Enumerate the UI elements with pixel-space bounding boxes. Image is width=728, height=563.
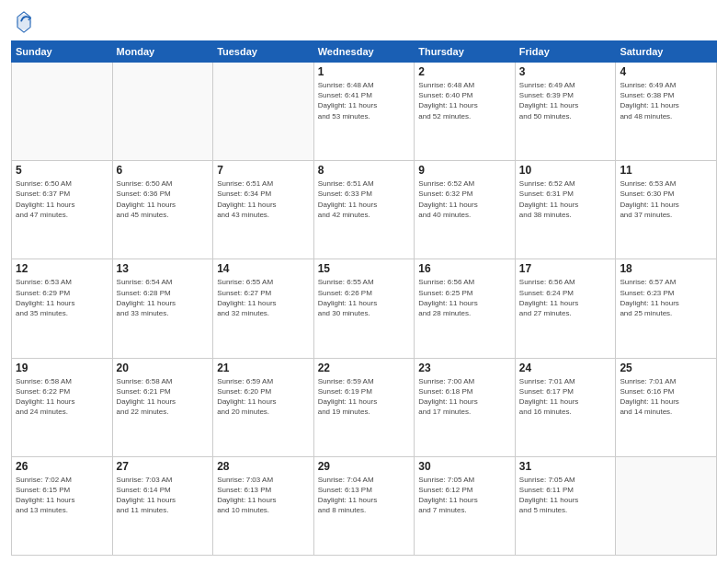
calendar-cell: 27Sunrise: 7:03 AM Sunset: 6:14 PM Dayli… xyxy=(112,456,213,555)
day-number: 26 xyxy=(16,460,108,473)
logo-icon xyxy=(11,9,37,35)
day-number: 21 xyxy=(217,362,310,374)
calendar-cell: 31Sunrise: 7:05 AM Sunset: 6:11 PM Dayli… xyxy=(515,456,616,555)
calendar-cell: 9Sunrise: 6:52 AM Sunset: 6:32 PM Daylig… xyxy=(415,161,516,259)
calendar-cell xyxy=(616,456,717,555)
day-info: Sunrise: 7:05 AM Sunset: 6:11 PM Dayligh… xyxy=(519,475,612,516)
calendar-cell: 21Sunrise: 6:59 AM Sunset: 6:20 PM Dayli… xyxy=(213,358,314,456)
day-info: Sunrise: 6:49 AM Sunset: 6:39 PM Dayligh… xyxy=(519,80,612,121)
day-info: Sunrise: 6:54 AM Sunset: 6:28 PM Dayligh… xyxy=(117,277,210,318)
day-info: Sunrise: 6:58 AM Sunset: 6:21 PM Dayligh… xyxy=(117,376,210,418)
calendar-cell: 26Sunrise: 7:02 AM Sunset: 6:15 PM Dayli… xyxy=(12,456,113,555)
top-section xyxy=(11,9,717,35)
day-number: 17 xyxy=(519,262,612,275)
day-number: 8 xyxy=(318,164,411,177)
week-row-4: 19Sunrise: 6:58 AM Sunset: 6:22 PM Dayli… xyxy=(12,358,717,456)
calendar-cell: 24Sunrise: 7:01 AM Sunset: 6:17 PM Dayli… xyxy=(515,358,616,456)
day-info: Sunrise: 7:02 AM Sunset: 6:15 PM Dayligh… xyxy=(16,475,108,516)
calendar-cell xyxy=(12,63,113,161)
day-info: Sunrise: 6:51 AM Sunset: 6:33 PM Dayligh… xyxy=(318,178,411,220)
page: SundayMondayTuesdayWednesdayThursdayFrid… xyxy=(0,0,728,563)
calendar-cell: 15Sunrise: 6:55 AM Sunset: 6:26 PM Dayli… xyxy=(313,259,415,358)
calendar-cell: 22Sunrise: 6:59 AM Sunset: 6:19 PM Dayli… xyxy=(313,358,415,456)
calendar-cell xyxy=(213,63,314,161)
week-row-5: 26Sunrise: 7:02 AM Sunset: 6:15 PM Dayli… xyxy=(12,456,717,555)
day-info: Sunrise: 7:01 AM Sunset: 6:16 PM Dayligh… xyxy=(620,376,712,418)
calendar-cell: 5Sunrise: 6:50 AM Sunset: 6:37 PM Daylig… xyxy=(12,161,113,259)
day-info: Sunrise: 6:56 AM Sunset: 6:25 PM Dayligh… xyxy=(418,277,511,318)
day-number: 20 xyxy=(117,362,210,374)
calendar-cell: 30Sunrise: 7:05 AM Sunset: 6:12 PM Dayli… xyxy=(415,456,516,555)
day-info: Sunrise: 6:58 AM Sunset: 6:22 PM Dayligh… xyxy=(16,376,108,418)
calendar-cell: 19Sunrise: 6:58 AM Sunset: 6:22 PM Dayli… xyxy=(12,358,113,456)
day-number: 7 xyxy=(217,164,310,177)
calendar-cell: 23Sunrise: 7:00 AM Sunset: 6:18 PM Dayli… xyxy=(415,358,516,456)
day-number: 16 xyxy=(418,262,511,275)
calendar-cell: 13Sunrise: 6:54 AM Sunset: 6:28 PM Dayli… xyxy=(112,259,213,358)
calendar-cell xyxy=(112,63,213,161)
day-number: 11 xyxy=(620,164,712,177)
calendar-cell: 16Sunrise: 6:56 AM Sunset: 6:25 PM Dayli… xyxy=(415,259,516,358)
weekday-header-friday: Friday xyxy=(515,41,616,63)
day-info: Sunrise: 6:59 AM Sunset: 6:20 PM Dayligh… xyxy=(217,376,310,418)
day-number: 30 xyxy=(418,460,511,473)
day-number: 23 xyxy=(418,362,511,374)
day-info: Sunrise: 6:55 AM Sunset: 6:27 PM Dayligh… xyxy=(217,277,310,318)
calendar-cell: 29Sunrise: 7:04 AM Sunset: 6:13 PM Dayli… xyxy=(313,456,415,555)
weekday-header-saturday: Saturday xyxy=(616,41,717,63)
day-info: Sunrise: 7:04 AM Sunset: 6:13 PM Dayligh… xyxy=(318,475,411,516)
day-number: 6 xyxy=(117,164,210,177)
day-info: Sunrise: 6:48 AM Sunset: 6:40 PM Dayligh… xyxy=(418,80,511,121)
calendar-cell: 4Sunrise: 6:49 AM Sunset: 6:38 PM Daylig… xyxy=(616,63,717,161)
day-number: 10 xyxy=(519,164,612,177)
calendar-table: SundayMondayTuesdayWednesdayThursdayFrid… xyxy=(11,40,717,556)
day-info: Sunrise: 6:49 AM Sunset: 6:38 PM Dayligh… xyxy=(620,80,712,121)
weekday-header-sunday: Sunday xyxy=(12,41,113,63)
calendar-cell: 6Sunrise: 6:50 AM Sunset: 6:36 PM Daylig… xyxy=(112,161,213,259)
day-number: 28 xyxy=(217,460,310,473)
calendar-cell: 25Sunrise: 7:01 AM Sunset: 6:16 PM Dayli… xyxy=(616,358,717,456)
week-row-1: 1Sunrise: 6:48 AM Sunset: 6:41 PM Daylig… xyxy=(12,63,717,161)
day-info: Sunrise: 7:00 AM Sunset: 6:18 PM Dayligh… xyxy=(418,376,511,418)
calendar-cell: 18Sunrise: 6:57 AM Sunset: 6:23 PM Dayli… xyxy=(616,259,717,358)
day-info: Sunrise: 6:59 AM Sunset: 6:19 PM Dayligh… xyxy=(318,376,411,418)
day-info: Sunrise: 6:56 AM Sunset: 6:24 PM Dayligh… xyxy=(519,277,612,318)
calendar-cell: 12Sunrise: 6:53 AM Sunset: 6:29 PM Dayli… xyxy=(12,259,113,358)
weekday-header-row: SundayMondayTuesdayWednesdayThursdayFrid… xyxy=(12,41,717,63)
calendar-cell: 11Sunrise: 6:53 AM Sunset: 6:30 PM Dayli… xyxy=(616,161,717,259)
day-info: Sunrise: 7:01 AM Sunset: 6:17 PM Dayligh… xyxy=(519,376,612,418)
day-number: 22 xyxy=(318,362,411,374)
calendar-cell: 14Sunrise: 6:55 AM Sunset: 6:27 PM Dayli… xyxy=(213,259,314,358)
day-number: 5 xyxy=(16,164,108,177)
calendar-cell: 8Sunrise: 6:51 AM Sunset: 6:33 PM Daylig… xyxy=(313,161,415,259)
day-number: 9 xyxy=(418,164,511,177)
day-info: Sunrise: 6:51 AM Sunset: 6:34 PM Dayligh… xyxy=(217,178,310,220)
day-number: 29 xyxy=(318,460,411,473)
calendar-cell: 20Sunrise: 6:58 AM Sunset: 6:21 PM Dayli… xyxy=(112,358,213,456)
weekday-header-thursday: Thursday xyxy=(415,41,516,63)
day-number: 13 xyxy=(117,262,210,275)
day-info: Sunrise: 7:03 AM Sunset: 6:13 PM Dayligh… xyxy=(217,475,310,516)
day-number: 31 xyxy=(519,460,612,473)
day-info: Sunrise: 6:48 AM Sunset: 6:41 PM Dayligh… xyxy=(318,80,411,121)
day-number: 24 xyxy=(519,362,612,374)
calendar-cell: 3Sunrise: 6:49 AM Sunset: 6:39 PM Daylig… xyxy=(515,63,616,161)
day-info: Sunrise: 7:03 AM Sunset: 6:14 PM Dayligh… xyxy=(117,475,210,516)
day-info: Sunrise: 6:50 AM Sunset: 6:37 PM Dayligh… xyxy=(16,178,108,220)
day-number: 25 xyxy=(620,362,712,374)
day-number: 2 xyxy=(418,65,511,78)
calendar-cell: 10Sunrise: 6:52 AM Sunset: 6:31 PM Dayli… xyxy=(515,161,616,259)
week-row-2: 5Sunrise: 6:50 AM Sunset: 6:37 PM Daylig… xyxy=(12,161,717,259)
day-number: 14 xyxy=(217,262,310,275)
weekday-header-monday: Monday xyxy=(112,41,213,63)
calendar-cell: 7Sunrise: 6:51 AM Sunset: 6:34 PM Daylig… xyxy=(213,161,314,259)
day-number: 4 xyxy=(620,65,712,78)
day-number: 12 xyxy=(16,262,108,275)
day-info: Sunrise: 6:53 AM Sunset: 6:29 PM Dayligh… xyxy=(16,277,108,318)
day-info: Sunrise: 6:55 AM Sunset: 6:26 PM Dayligh… xyxy=(318,277,411,318)
day-info: Sunrise: 6:57 AM Sunset: 6:23 PM Dayligh… xyxy=(620,277,712,318)
day-info: Sunrise: 6:52 AM Sunset: 6:32 PM Dayligh… xyxy=(418,178,511,220)
day-number: 1 xyxy=(318,65,411,78)
calendar-cell: 17Sunrise: 6:56 AM Sunset: 6:24 PM Dayli… xyxy=(515,259,616,358)
day-number: 18 xyxy=(620,262,712,275)
